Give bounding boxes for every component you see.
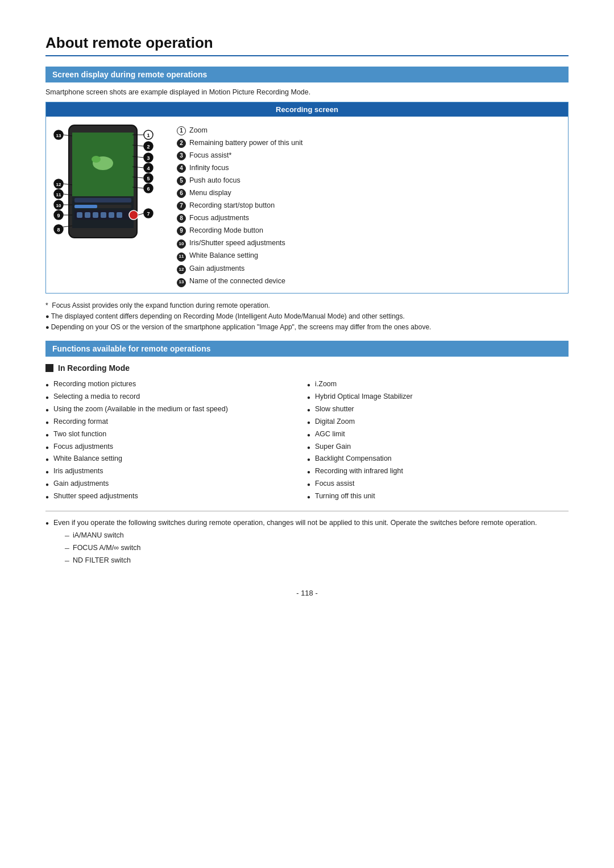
num-8: 8 — [177, 214, 186, 223]
black-square-icon — [45, 364, 53, 372]
diagram-label-7: 7 Recording start/stop button — [177, 200, 561, 211]
svg-text:11: 11 — [56, 192, 61, 197]
svg-rect-13 — [93, 212, 98, 218]
recording-screen-box: Recording screen — [45, 102, 569, 294]
bottom-note-bullet: Even if you operate the following switch… — [45, 517, 569, 566]
page-title: About remote operation — [45, 34, 569, 56]
num-1: 1 — [177, 126, 186, 135]
list-item: Turning off this unit — [307, 490, 569, 503]
svg-text:6: 6 — [147, 186, 150, 192]
diagram-label-1: 1 Zoom — [177, 125, 561, 136]
diagram-labels: 1 Zoom 2 Remaining battery power of this… — [177, 122, 561, 287]
svg-text:8: 8 — [57, 227, 60, 233]
phone-diagram: 1 2 3 4 5 — [53, 122, 167, 242]
list-item: AGC limit — [307, 428, 569, 441]
num-2: 2 — [177, 139, 186, 148]
list-item: Shutter speed adjustments — [45, 490, 307, 503]
list-item: Digital Zoom — [307, 416, 569, 428]
svg-text:5: 5 — [147, 176, 150, 181]
num-10: 10 — [177, 239, 186, 249]
svg-point-4 — [92, 156, 101, 163]
left-list: Recording motion pictures Selecting a me… — [45, 378, 307, 503]
diagram-label-4: 4 Infinity focus — [177, 162, 561, 173]
right-list: i.Zoom Hybrid Optical Image Stabilizer S… — [307, 378, 569, 503]
diagram-label-10: 10 Iris/Shutter speed adjustments — [177, 237, 561, 249]
svg-rect-14 — [101, 212, 106, 218]
list-item: Gain adjustments — [45, 478, 307, 490]
list-item: Focus assist — [307, 478, 569, 490]
svg-text:2: 2 — [147, 144, 150, 150]
diagram-label-3: 3 Focus assist* — [177, 150, 561, 161]
list-item: i.Zoom — [307, 378, 569, 391]
list-item: Iris adjustments — [45, 465, 307, 478]
recording-screen-header: Recording screen — [46, 102, 568, 117]
num-13: 13 — [177, 278, 186, 287]
list-item: Slow shutter — [307, 403, 569, 416]
dash-item-1: iA/MANU switch — [65, 530, 569, 541]
diagram-label-12: 12 Gain adjustments — [177, 263, 561, 274]
svg-rect-15 — [109, 212, 114, 218]
intro-text: Smartphone screen shots are example disp… — [45, 88, 569, 96]
num-11: 11 — [177, 253, 186, 262]
svg-text:10: 10 — [56, 203, 61, 208]
list-item: Recording motion pictures — [45, 378, 307, 391]
list-item: Focus adjustments — [45, 441, 307, 453]
svg-line-37 — [138, 213, 144, 215]
num-7: 7 — [177, 201, 186, 210]
section2-header: Functions available for remote operation… — [45, 341, 569, 357]
svg-text:1: 1 — [147, 133, 150, 138]
recording-screen-content: 1 2 3 4 5 — [46, 117, 568, 293]
num-12: 12 — [177, 265, 186, 274]
svg-text:9: 9 — [57, 213, 60, 218]
diagram-label-2: 2 Remaining battery power of this unit — [177, 137, 561, 148]
list-item: Super Gain — [307, 441, 569, 453]
num-4: 4 — [177, 164, 186, 173]
diagram-label-8: 8 Focus adjustments — [177, 212, 561, 224]
dash-item-3: ND FILTER switch — [65, 555, 569, 566]
diagram-label-13: 13 Name of the connected device — [177, 275, 561, 287]
svg-text:7: 7 — [147, 211, 150, 217]
footnote-2: Depending on your OS or the version of t… — [45, 322, 569, 333]
page-number: - 118 - — [45, 589, 569, 597]
num-9: 9 — [177, 226, 186, 235]
num-6: 6 — [177, 189, 186, 198]
svg-text:3: 3 — [147, 155, 150, 161]
num-5: 5 — [177, 176, 186, 185]
svg-rect-8 — [74, 205, 97, 208]
list-item: Backlight Compensation — [307, 453, 569, 465]
svg-rect-12 — [85, 212, 90, 218]
num-3: 3 — [177, 151, 186, 160]
svg-text:13: 13 — [56, 133, 61, 138]
footnotes: * Focus Assist provides only the expand … — [45, 300, 569, 333]
dash-list: iA/MANU switch FOCUS A/M/∞ switch ND FIL… — [53, 530, 569, 566]
svg-rect-11 — [77, 212, 82, 218]
in-recording-mode-label: In Recording Mode — [45, 363, 569, 373]
list-item: Hybrid Optical Image Stabilizer — [307, 391, 569, 403]
svg-text:12: 12 — [56, 182, 61, 187]
section1-header: Screen display during remote operations — [45, 67, 569, 82]
footnote-1: The displayed content differs depending … — [45, 311, 569, 322]
list-item: Recording with infrared light — [307, 465, 569, 478]
diagram-label-5: 5 Push auto focus — [177, 175, 561, 186]
bottom-notes: Even if you operate the following switch… — [45, 511, 569, 566]
svg-point-10 — [129, 210, 138, 220]
svg-rect-6 — [74, 198, 131, 202]
two-col-list: Recording motion pictures Selecting a me… — [45, 378, 569, 503]
diagram-label-11: 11 White Balance setting — [177, 250, 561, 261]
list-item: Selecting a media to record — [45, 391, 307, 403]
svg-rect-16 — [117, 212, 122, 218]
list-item: Using the zoom (Available in the medium … — [45, 403, 307, 416]
diagram-label-6: 6 Menu display — [177, 187, 561, 199]
list-item: Two slot function — [45, 428, 307, 441]
list-item: Recording format — [45, 416, 307, 428]
svg-text:4: 4 — [147, 166, 150, 171]
diagram-label-9: 9 Recording Mode button — [177, 225, 561, 236]
list-item: White Balance setting — [45, 453, 307, 465]
dash-item-2: FOCUS A/M/∞ switch — [65, 542, 569, 553]
footnote-asterisk: * Focus Assist provides only the expand … — [45, 300, 569, 311]
